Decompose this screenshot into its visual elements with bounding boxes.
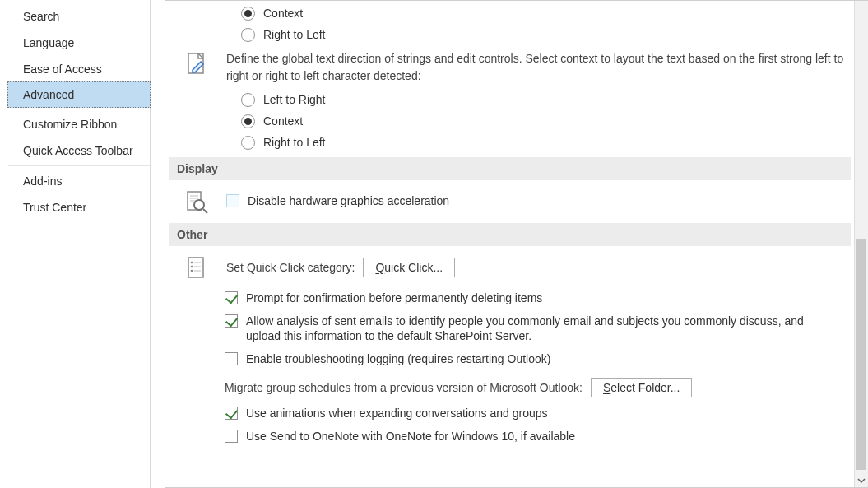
sidebar-item-trust-center[interactable]: Trust Center — [8, 194, 150, 221]
select-folder-button[interactable]: Select Folder... — [591, 378, 692, 397]
list-document-icon — [180, 253, 215, 282]
checkbox-use-animations[interactable]: Use animations when expanding conversati… — [225, 406, 854, 421]
checkbox-label: Use animations when expanding conversati… — [246, 406, 548, 421]
other-options-list: Prompt for confirmation before permanent… — [165, 290, 854, 444]
checkbox-label: Disable hardware graphics acceleration — [248, 193, 449, 208]
checkbox-icon[interactable] — [225, 314, 238, 328]
options-sidebar: Search Language Ease of Access Advanced … — [8, 0, 151, 488]
sidebar-item-label: Add-ins — [23, 174, 62, 188]
sidebar-item-language[interactable]: Language — [8, 30, 150, 56]
sidebar-item-ease-of-access[interactable]: Ease of Access — [8, 56, 150, 82]
sidebar-item-search[interactable]: Search — [8, 3, 150, 30]
svg-point-8 — [191, 261, 193, 263]
left-gutter — [0, 0, 8, 488]
section-header-display: Display — [169, 157, 851, 180]
checkbox-allow-analysis[interactable]: Allow analysis of sent emails to identif… — [225, 314, 854, 343]
sidebar-item-label: Search — [23, 10, 59, 23]
global-direction-options: Left to Right Context Right to Left — [165, 92, 854, 151]
svg-line-6 — [203, 209, 207, 213]
radio-option-right-to-left[interactable]: Right to Left — [241, 135, 854, 150]
scroll-down-button[interactable] — [855, 474, 868, 487]
checkbox-disable-hw-accel[interactable]: Disable hardware graphics acceleration — [226, 193, 846, 208]
quick-click-button[interactable]: Quick Click... — [363, 258, 455, 277]
display-row: Disable hardware graphics acceleration — [165, 187, 854, 216]
checkbox-label: Enable troubleshooting logging (requires… — [246, 351, 550, 366]
checkbox-icon[interactable] — [226, 194, 239, 207]
bidi-cursor-options: Context Right to Left — [165, 6, 854, 42]
svg-point-5 — [194, 200, 204, 210]
sidebar-item-label: Customize Ribbon — [23, 118, 117, 131]
sidebar-item-label: Quick Access Toolbar — [23, 144, 133, 157]
radio-option-left-to-right[interactable]: Left to Right — [241, 92, 854, 107]
radio-label: Context — [263, 6, 303, 21]
sidebar-item-advanced[interactable]: Advanced — [7, 81, 151, 108]
checkbox-label: Prompt for confirmation before permanent… — [246, 290, 542, 305]
app-window: Search Language Ease of Access Advanced … — [0, 0, 868, 488]
checkbox-enable-logging[interactable]: Enable troubleshooting logging (requires… — [225, 351, 854, 366]
global-direction-description: Define the global text direction of stri… — [226, 50, 846, 84]
edit-document-icon — [180, 49, 215, 78]
sidebar-item-customize-ribbon[interactable]: Customize Ribbon — [8, 111, 150, 137]
checkbox-icon[interactable] — [225, 407, 238, 420]
radio-icon[interactable] — [241, 93, 255, 107]
sidebar-item-label: Language — [23, 36, 74, 49]
sidebar-divider — [8, 165, 150, 166]
sidebar-item-add-ins[interactable]: Add-ins — [8, 168, 150, 194]
checkbox-icon[interactable] — [225, 352, 238, 365]
radio-option-right-to-left[interactable]: Right to Left — [241, 27, 854, 42]
vertical-scrollbar[interactable] — [854, 1, 868, 487]
content-scroll-frame: Context Right to Left — [165, 0, 868, 488]
radio-option-context[interactable]: Context — [241, 6, 854, 21]
layout-gap — [151, 0, 165, 488]
checkbox-use-onenote[interactable]: Use Send to OneNote with OneNote for Win… — [225, 429, 854, 444]
sidebar-item-quick-access-toolbar[interactable]: Quick Access Toolbar — [8, 137, 150, 164]
section-header-other: Other — [169, 223, 851, 246]
checkbox-label: Allow analysis of sent emails to identif… — [246, 314, 838, 343]
sidebar-item-label: Advanced — [23, 88, 74, 101]
migrate-label: Migrate group schedules from a previous … — [225, 381, 583, 394]
other-quickclick-row: Set Quick Click category: Quick Click... — [165, 253, 854, 282]
sidebar-item-label: Ease of Access — [23, 63, 102, 76]
scrollbar-track[interactable] — [855, 1, 868, 474]
checkbox-prompt-delete[interactable]: Prompt for confirmation before permanent… — [225, 290, 854, 305]
checkbox-icon[interactable] — [225, 430, 238, 443]
svg-rect-7 — [188, 258, 203, 277]
svg-point-10 — [191, 265, 193, 267]
radio-icon[interactable] — [241, 7, 255, 21]
global-text-direction-block: Define the global text direction of stri… — [165, 49, 854, 89]
sidebar-item-label: Trust Center — [23, 201, 86, 214]
radio-label: Context — [263, 114, 303, 128]
radio-label: Right to Left — [263, 135, 326, 150]
radio-icon[interactable] — [241, 114, 255, 128]
content-wrap: Context Right to Left — [165, 0, 868, 488]
checkbox-label: Use Send to OneNote with OneNote for Win… — [246, 429, 575, 444]
radio-icon[interactable] — [241, 136, 255, 150]
radio-icon[interactable] — [241, 28, 255, 42]
scrollbar-thumb[interactable] — [856, 239, 866, 470]
sidebar-divider — [8, 109, 150, 109]
radio-label: Left to Right — [263, 92, 326, 107]
magnifier-document-icon — [180, 187, 215, 216]
radio-option-context[interactable]: Context — [241, 114, 854, 128]
quick-click-label: Set Quick Click category: — [226, 261, 355, 274]
svg-point-12 — [191, 269, 193, 272]
checkbox-icon[interactable] — [225, 291, 238, 304]
options-content: Context Right to Left — [165, 1, 854, 487]
radio-label: Right to Left — [263, 27, 326, 42]
